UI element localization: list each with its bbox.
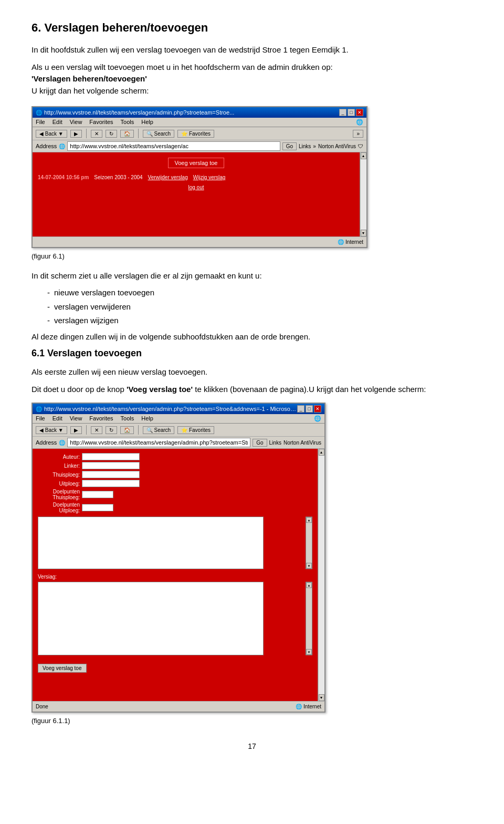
address-label-2: Address [36,439,57,446]
voeg-verslag-btn-2[interactable]: Voeg verslag toe [38,664,87,673]
internet-icon-1: 🌐 [338,239,344,245]
menu-tools-1[interactable]: Tools [121,119,134,126]
forward-button-1[interactable]: ▶ [70,130,82,138]
textarea-2[interactable] [38,582,264,655]
address-input-2[interactable] [67,438,250,447]
input-thuisploeg[interactable] [82,471,140,478]
ts2-up[interactable]: ▲ [306,582,312,588]
bullet-list: - nieuwe verslagen toevoegen - verslagen… [47,287,472,327]
menu-file-2[interactable]: File [36,415,45,422]
more-button-1[interactable]: » [353,130,363,138]
browser-status-2: Done 🌐 Internet [33,701,324,712]
browser-window-2: 🌐 http://www.vvstroe.nl/tekst/teams/vers… [32,403,326,713]
minimize-button-1[interactable]: _ [339,109,346,116]
browser-title-bar-2: 🌐 http://www.vvstroe.nl/tekst/teams/vers… [33,404,324,414]
close-button-2[interactable]: ✕ [314,405,321,413]
ts2-track [306,588,312,649]
refresh-button-2[interactable]: ↻ [106,426,117,434]
bullet-text-2: verslagen verwijderen [54,301,131,313]
toolbar-sep-1 [86,129,87,138]
stop-button-2[interactable]: ✕ [91,426,102,434]
favorites-button-1[interactable]: ⭐ Favorites [177,130,214,138]
norton-label-1: Norton AntiVirus [318,143,356,149]
logout-link-1[interactable]: log out [188,184,204,190]
minimize-button-2[interactable]: _ [297,405,304,413]
input-uitploeg[interactable] [82,480,140,487]
dash-2: - [47,301,50,313]
status-internet-1: 🌐 Internet [338,239,363,245]
menu-help-1[interactable]: Help [141,119,153,126]
label-auteur: Auteur: [38,454,80,460]
scroll-down-2[interactable]: ▼ [319,694,324,701]
maximize-button-1[interactable]: □ [348,109,355,116]
go-button-2[interactable]: Go [253,439,267,447]
menu-favorites-2[interactable]: Favorites [89,415,113,422]
voeg-verslag-btn-1[interactable]: Voeg verslag toe [168,158,225,168]
browser-window-1: 🌐 http://www.vvstroe.nl/tekst/teams/vers… [32,106,368,248]
favorites-button-2[interactable]: ⭐ Favorites [177,426,214,434]
input-linker[interactable] [82,462,140,469]
back-button-1[interactable]: ◀ Back ▼ [36,130,67,138]
home-button-2[interactable]: 🏠 [120,426,134,434]
browser-title-bar-1: 🌐 http://www.vvstroe.nl/tekst/teams/vers… [33,107,366,118]
ts1-up[interactable]: ▲ [306,517,312,523]
input-dpu[interactable] [82,504,113,511]
intro-para2: Als u een verslag wilt toevoegen moet u … [32,61,472,97]
menu-file-1[interactable]: File [36,119,45,126]
label-uitploeg: Uitploeg: [38,481,80,487]
stop-button-1[interactable]: ✕ [91,130,102,138]
title-bar-controls-1[interactable]: _ □ ✕ [339,109,363,116]
section61-para2-suffix: te klikken (bovenaan de pagina). [193,385,309,394]
home-button-1[interactable]: 🏠 [120,130,134,138]
textarea-scrollbar-1[interactable]: ▲ ▼ [306,517,312,569]
scroll-up-1[interactable]: ▲ [361,152,366,159]
menu-edit-2[interactable]: Edit [52,415,62,422]
status-text-1: Internet [345,239,363,245]
ts1-track [306,523,312,563]
search-button-1[interactable]: 🔍 Search [143,130,174,138]
search-button-2[interactable]: 🔍 Search [143,426,174,434]
textarea-scrollbar-2[interactable]: ▲ ▼ [306,582,312,655]
verslag-edit-1[interactable]: Wijzig verslag [193,174,226,180]
verslag-season-1: Seizoen 2003 - 2004 [94,174,142,180]
browser-menu-1: File Edit View Favorites Tools Help 🌐 [33,118,366,127]
scroll-up-2[interactable]: ▲ [319,449,324,456]
scroll-track-1 [361,159,366,230]
menu-tools-2[interactable]: Tools [121,415,134,422]
browser-address-2: Address 🌐 Go Links Norton AntiVirus [33,437,324,449]
bullet-1: - nieuwe verslagen toevoegen [47,287,472,299]
ts1-down[interactable]: ▼ [306,563,312,569]
forward-button-2[interactable]: ▶ [70,426,82,434]
menu-help-2[interactable]: Help [141,415,153,422]
section61-para2-prefix: Dit doet u door op de knop [32,385,127,394]
scrollbar-1[interactable]: ▲ ▼ [360,152,366,236]
verslag-row-1: 14-07-2004 10:56 pm Seizoen 2003 - 2004 … [38,172,354,182]
refresh-button-1[interactable]: ↻ [106,130,117,138]
menu-view-2[interactable]: View [70,415,82,422]
textarea-1[interactable] [38,517,264,569]
maximize-button-2[interactable]: □ [306,405,313,413]
input-dpt[interactable] [82,491,113,498]
intro-para2-suffix: U krijgt dan het volgende scherm: [32,86,149,95]
back-button-2[interactable]: ◀ Back ▼ [36,426,67,434]
browser-menu-2: File Edit View Favorites Tools Help 🌐 [33,414,324,424]
links-chevron-1: » [313,143,316,149]
scroll-down-1[interactable]: ▼ [361,230,366,236]
menu-favorites-1[interactable]: Favorites [89,119,113,126]
input-auteur[interactable] [82,453,140,460]
ts2-down[interactable]: ▼ [306,649,312,655]
section61-para2: Dit doet u door op de knop 'Voeg verslag… [32,384,472,396]
go-button-1[interactable]: Go [282,142,297,150]
verslag-delete-1[interactable]: Verwijder verslag [148,174,188,180]
close-button-1[interactable]: ✕ [356,109,363,116]
browser-title-text-1: http://www.vvstroe.nl/tekst/teams/versla… [44,109,234,116]
address-input-1[interactable] [67,141,280,151]
title-bar-controls-2[interactable]: _ □ ✕ [297,405,321,413]
browser-status-1: 🌐 Internet [33,236,366,247]
menu-view-1[interactable]: View [70,119,82,126]
intro-para1: In dit hoofdstuk zullen wij een verslag … [32,44,472,56]
toolbar-sep-3 [86,425,87,435]
scrollbar-2[interactable]: ▲ ▼ [318,449,324,701]
menu-edit-1[interactable]: Edit [52,119,62,126]
status-internet-2: 🌐 Internet [296,704,321,709]
